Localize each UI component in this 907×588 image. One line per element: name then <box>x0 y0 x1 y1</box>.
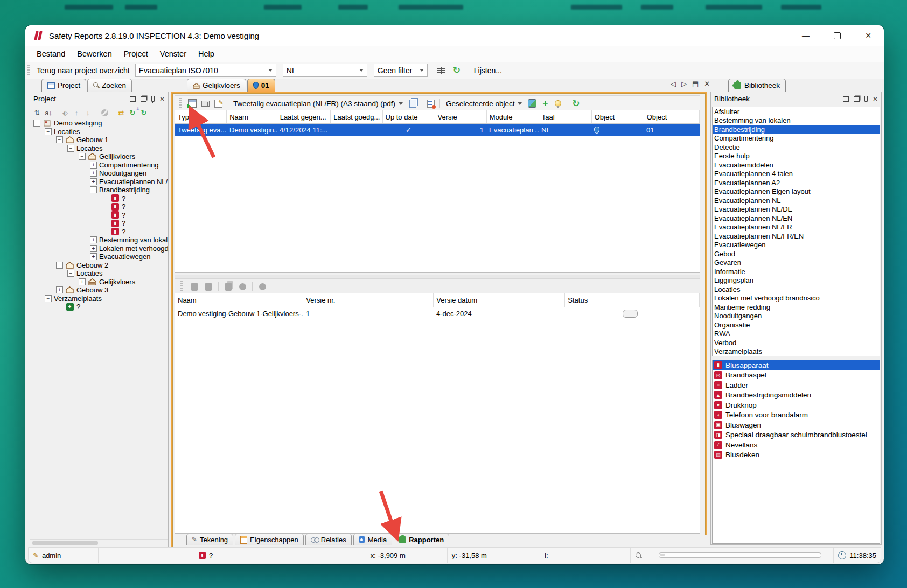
column-header[interactable]: Type <box>175 110 227 123</box>
library-symbol-item[interactable]: ≡Ladder <box>713 380 880 390</box>
library-symbol-item[interactable]: ▮Blusapparaat <box>713 360 880 370</box>
tree-expander[interactable]: + <box>56 286 63 293</box>
close-tab-button[interactable]: ✕ <box>704 80 710 88</box>
filter-settings-button[interactable] <box>437 66 446 75</box>
refresh-reports-button[interactable]: ↻ <box>570 98 582 109</box>
tree-expander[interactable]: + <box>90 253 97 260</box>
filter-combobox[interactable]: Geen filter <box>374 64 428 77</box>
library-symbol-item[interactable]: ▣Bluswagen <box>713 420 880 430</box>
tree-expander[interactable]: − <box>45 128 52 135</box>
report-status-button[interactable] <box>425 98 437 109</box>
restore-panel-icon[interactable] <box>141 96 146 102</box>
sort-alpha-icon[interactable]: a↓ <box>44 108 53 117</box>
library-category-item[interactable]: Gebod <box>713 249 880 258</box>
copy-button[interactable] <box>407 98 419 109</box>
tree-item[interactable]: + Evacuatiewegen <box>30 253 168 261</box>
library-category-item[interactable]: Evacuatieplannen A2 <box>713 178 880 187</box>
tree-item[interactable]: − Gelijkvloers <box>30 152 168 161</box>
tree-item[interactable]: + Lokalen met verhoogd brand <box>30 244 168 253</box>
library-category-item[interactable]: Organisatie <box>713 320 880 330</box>
library-category-item[interactable]: Afsluiter <box>713 107 880 116</box>
zoom-slider[interactable] <box>659 552 821 558</box>
tree-expander[interactable]: + <box>90 178 97 185</box>
tree-item[interactable]: + ? <box>30 303 168 311</box>
swap-icon[interactable]: ⇄ <box>116 108 126 117</box>
table-row[interactable]: Demo vestiging-Gebouw 1-Gelijkvloers-...… <box>175 307 700 320</box>
tree-expander[interactable]: + <box>90 245 97 252</box>
column-header[interactable]: Module <box>487 110 539 123</box>
library-category-item[interactable]: Evacuatieplannen Eigen layout <box>713 187 880 197</box>
column-header[interactable]: Versie nr. <box>303 293 434 307</box>
zoom-reset-icon[interactable] <box>635 552 642 559</box>
library-symbol-item[interactable]: ●Drukknop <box>713 400 880 410</box>
library-category-item[interactable]: Evacuatieplannen NL <box>713 196 880 205</box>
library-category-item[interactable]: Evacuatieplannen NL/EN <box>713 214 880 223</box>
back-to-project-overview-button[interactable]: Terug naar project overzicht <box>37 66 130 75</box>
menu-venster[interactable]: Venster <box>154 47 192 60</box>
library-category-item[interactable]: Locaties <box>713 285 880 294</box>
scroll-tabs-left-button[interactable]: ◁ <box>671 80 676 88</box>
tree-item[interactable]: ▮ ? <box>30 211 168 220</box>
menu-bewerken[interactable]: Bewerken <box>71 47 117 60</box>
bottom-tab-eigenschappen[interactable]: Eigenschappen <box>235 534 304 545</box>
tree-expander[interactable]: − <box>56 136 63 143</box>
tree-expander[interactable]: − <box>90 186 97 193</box>
bottom-tab-rapporten[interactable]: Rapporten <box>394 534 449 545</box>
tree-item[interactable]: − Locaties <box>30 269 168 278</box>
tree-item[interactable]: + Compartimentering <box>30 161 168 170</box>
new-version-button[interactable] <box>189 281 200 292</box>
tree-horizontal-scrollbar[interactable] <box>30 539 168 547</box>
tree-item[interactable]: − Demo vestiging <box>30 119 168 128</box>
library-category-item[interactable]: Liggingsplan <box>713 276 880 285</box>
library-category-item[interactable]: Gevaren <box>713 258 880 268</box>
table-row[interactable]: Tweetalig eva...Demo vestigin...4/12/202… <box>175 124 700 136</box>
tree-expander[interactable]: + <box>90 170 97 177</box>
edit-report-button[interactable] <box>212 98 224 109</box>
library-symbol-item[interactable]: ▲Brandbestrijdingsmiddelen <box>713 390 880 401</box>
menu-project[interactable]: Project <box>118 47 154 60</box>
tree-item[interactable]: + Bestemming van lokalen <box>30 236 168 244</box>
label-icon[interactable]: ⬖ <box>60 108 70 117</box>
object-scope-dropdown[interactable]: Geselecteerde object <box>443 97 526 109</box>
refresh-add-icon[interactable]: ↻+ <box>128 108 137 117</box>
library-symbol-item[interactable]: ▤Blusdeken <box>713 450 880 460</box>
scrollbar-thumb[interactable] <box>32 541 98 545</box>
library-category-item[interactable]: Informatie <box>713 267 880 276</box>
sort-structure-icon[interactable]: ⇅ <box>32 108 42 117</box>
column-header[interactable]: Laatst goedg... <box>331 110 382 123</box>
tree-item[interactable]: ▮ ? <box>30 194 168 203</box>
column-header[interactable]: Object <box>644 110 700 123</box>
tree-expander[interactable]: − <box>67 145 74 152</box>
library-symbol-item[interactable]: ◨Speciaal draagbaar schuimbrandblustoest… <box>713 430 880 440</box>
close-panel-icon[interactable]: ✕ <box>873 97 878 101</box>
column-header[interactable]: Versie datum <box>434 293 565 307</box>
tree-item[interactable]: ▮ ? <box>30 219 168 228</box>
menu-bestand[interactable]: Bestand <box>31 47 71 60</box>
tree-item[interactable]: + Evacuatieplannen NL/FR <box>30 178 168 186</box>
tree-item[interactable]: ▮ ? <box>30 202 168 211</box>
hint-button[interactable] <box>552 98 564 109</box>
refresh-button[interactable]: ↻ <box>452 66 462 75</box>
tree-item[interactable]: − Gebouw 2 <box>30 261 168 270</box>
tree-expander[interactable]: + <box>90 236 97 243</box>
tree-item[interactable]: + Gelijkvloers <box>30 278 168 286</box>
layout-button[interactable] <box>199 98 211 109</box>
tree-item[interactable]: − Brandbestrijding <box>30 186 168 194</box>
library-category-item[interactable]: Compartimentering <box>713 134 880 143</box>
library-category-item[interactable]: Evacuatiemiddelen <box>713 160 880 170</box>
maximize-button[interactable] <box>821 25 853 46</box>
refresh-icon[interactable]: ↻ <box>139 108 149 117</box>
tree-expander[interactable]: − <box>67 270 74 277</box>
close-panel-icon[interactable]: ✕ <box>159 97 165 101</box>
column-header[interactable]: Naam <box>175 293 303 307</box>
tree-expander[interactable]: + <box>79 278 86 285</box>
column-header[interactable]: Versie <box>435 110 487 123</box>
tree-expander[interactable]: − <box>56 262 63 269</box>
column-header[interactable]: Naam <box>227 110 277 123</box>
scroll-tabs-right-button[interactable]: ▷ <box>681 80 687 88</box>
column-header[interactable]: Up to date <box>383 110 435 123</box>
library-category-item[interactable]: Verbod <box>713 338 880 347</box>
minimize-button[interactable]: — <box>790 25 821 46</box>
library-category-item[interactable]: Eerste hulp <box>713 152 880 161</box>
pin-panel-icon[interactable] <box>864 96 868 102</box>
